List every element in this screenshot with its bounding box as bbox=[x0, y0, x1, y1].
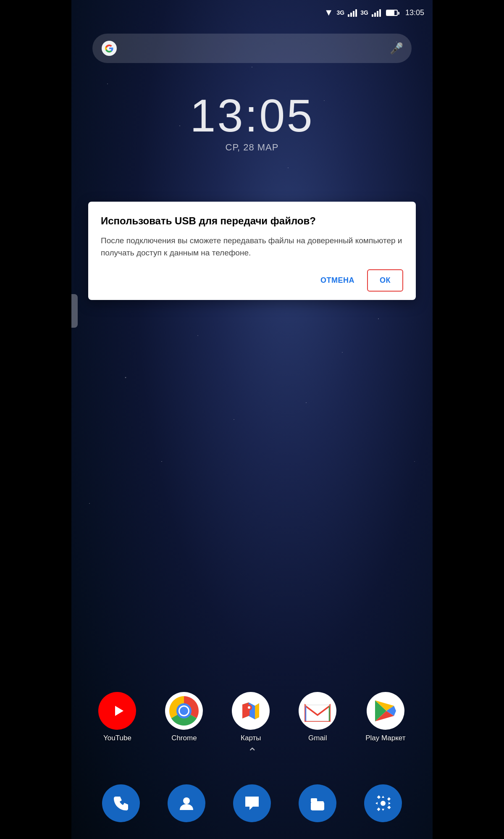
app-item-youtube[interactable]: YouTube bbox=[98, 692, 136, 742]
battery-fill bbox=[387, 11, 394, 15]
svg-rect-20 bbox=[311, 802, 324, 810]
search-bar[interactable]: 🎤 bbox=[92, 34, 412, 63]
status-time: 13:05 bbox=[405, 8, 424, 17]
dock-files[interactable] bbox=[299, 784, 336, 822]
dock-contacts[interactable] bbox=[168, 784, 205, 822]
youtube-label: YouTube bbox=[103, 734, 131, 742]
svg-point-21 bbox=[381, 801, 386, 806]
cancel-button[interactable]: ОТМЕНА bbox=[312, 269, 363, 292]
google-logo bbox=[101, 40, 118, 57]
maps-label: Карты bbox=[241, 734, 261, 742]
app-item-chrome[interactable]: Chrome bbox=[165, 692, 203, 742]
clock-date: СР, 28 МАР bbox=[71, 142, 433, 153]
chrome-label: Chrome bbox=[171, 734, 197, 742]
clock-widget: 13:05 СР, 28 МАР bbox=[71, 92, 433, 153]
play-label: Play Маркет bbox=[365, 734, 405, 742]
sidebar-hint bbox=[71, 294, 78, 328]
signal-bars-2 bbox=[372, 8, 381, 17]
signal-3g-1-label: 3G bbox=[337, 9, 345, 16]
youtube-icon bbox=[98, 692, 136, 730]
signal-3g-2-label: 3G bbox=[360, 9, 368, 16]
status-icons: ▼ 3G 3G 13:05 bbox=[324, 7, 424, 18]
chrome-icon bbox=[165, 692, 203, 730]
signal-bars-1 bbox=[348, 8, 357, 17]
up-arrow[interactable]: ⌃ bbox=[247, 745, 257, 759]
dock-phone[interactable] bbox=[102, 784, 140, 822]
svg-point-16 bbox=[183, 797, 190, 804]
mic-icon[interactable]: 🎤 bbox=[390, 42, 403, 55]
app-item-maps[interactable]: Карты bbox=[232, 692, 270, 742]
usb-dialog: Использовать USB для передачи файлов? По… bbox=[88, 202, 416, 300]
status-bar: ▼ 3G 3G 13:05 bbox=[71, 0, 433, 25]
phone-screen: ▼ 3G 3G 13:05 bbox=[71, 0, 433, 839]
dialog-title: Использовать USB для передачи файлов? bbox=[101, 214, 403, 227]
svg-point-6 bbox=[180, 707, 188, 715]
play-icon bbox=[367, 692, 404, 730]
gmail-icon bbox=[299, 692, 336, 730]
maps-icon bbox=[232, 692, 270, 730]
gmail-label: Gmail bbox=[308, 734, 327, 742]
clock-time: 13:05 bbox=[71, 92, 433, 139]
dialog-buttons: ОТМЕНА ОК bbox=[101, 269, 403, 292]
svg-point-9 bbox=[248, 706, 250, 709]
wifi-icon: ▼ bbox=[324, 7, 333, 18]
app-row: YouTube Chrome bbox=[71, 692, 433, 742]
app-item-gmail[interactable]: Gmail bbox=[299, 692, 336, 742]
dock-settings[interactable] bbox=[364, 784, 402, 822]
dialog-body: После подключения вы сможете передавать … bbox=[101, 235, 403, 259]
bottom-dock bbox=[71, 784, 433, 822]
app-item-play[interactable]: Play Маркет bbox=[365, 692, 405, 742]
dock-messages[interactable] bbox=[233, 784, 271, 822]
battery-icon bbox=[386, 10, 398, 16]
svg-rect-12 bbox=[306, 705, 329, 721]
ok-button[interactable]: ОК bbox=[367, 269, 403, 292]
